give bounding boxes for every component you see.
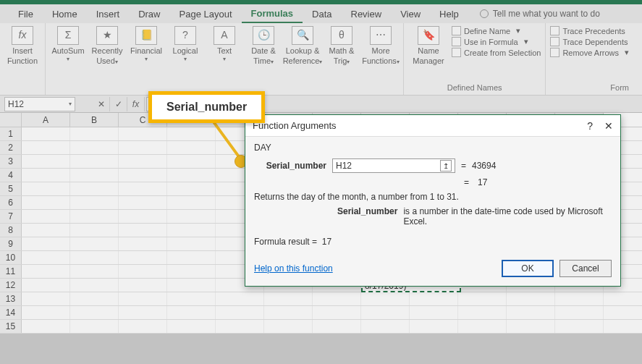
row-header[interactable]: 7 xyxy=(0,210,22,223)
cell[interactable] xyxy=(167,306,216,319)
cell[interactable] xyxy=(216,320,264,333)
row-header[interactable]: 5 xyxy=(0,182,22,195)
column-header[interactable]: B xyxy=(70,113,119,127)
row-header[interactable]: 4 xyxy=(0,169,22,182)
cell[interactable] xyxy=(167,279,216,292)
cell[interactable] xyxy=(167,265,216,278)
cell[interactable] xyxy=(458,292,507,305)
cell[interactable] xyxy=(167,251,216,264)
cell[interactable] xyxy=(167,292,216,305)
cell[interactable] xyxy=(70,182,119,195)
cell[interactable] xyxy=(22,196,70,209)
trace-dependents-button[interactable]: Trace Dependents xyxy=(550,37,629,46)
cell[interactable] xyxy=(70,196,119,209)
row-header[interactable]: 13 xyxy=(0,292,22,305)
row-header[interactable]: 8 xyxy=(0,224,22,237)
row-header[interactable]: 12 xyxy=(0,279,22,292)
cell[interactable] xyxy=(70,265,119,278)
tab-view[interactable]: View xyxy=(391,6,430,22)
tab-file[interactable]: File xyxy=(9,6,43,22)
cancel-formula-button[interactable]: ✕ xyxy=(93,97,110,111)
cell[interactable] xyxy=(264,292,313,305)
autosum-button[interactable]: Σ AutoSum ▾ xyxy=(50,26,86,63)
row-header[interactable]: 10 xyxy=(0,251,22,264)
cell[interactable] xyxy=(555,320,604,333)
cell[interactable] xyxy=(313,306,361,319)
cell[interactable] xyxy=(22,182,70,195)
cell[interactable] xyxy=(167,196,216,209)
cell[interactable] xyxy=(22,224,70,237)
cell[interactable] xyxy=(410,292,458,305)
cancel-button[interactable]: Cancel xyxy=(559,260,612,277)
chevron-down-icon[interactable]: ▾ xyxy=(69,101,72,107)
cell[interactable] xyxy=(70,320,119,333)
cell[interactable] xyxy=(555,292,604,305)
cell[interactable] xyxy=(119,196,167,209)
create-from-selection-button[interactable]: Create from Selection xyxy=(452,48,541,57)
ok-button[interactable]: OK xyxy=(502,260,554,277)
cell[interactable] xyxy=(507,320,555,333)
cell[interactable] xyxy=(167,320,216,333)
cell[interactable] xyxy=(119,292,167,305)
cell[interactable] xyxy=(70,210,119,223)
cell[interactable] xyxy=(361,292,410,305)
help-icon[interactable]: ? xyxy=(587,120,593,132)
text-button[interactable]: A Text ▾ xyxy=(206,26,242,63)
cell[interactable] xyxy=(22,292,70,305)
row-header[interactable]: 9 xyxy=(0,237,22,250)
cell[interactable] xyxy=(70,169,119,182)
cell[interactable] xyxy=(119,155,167,168)
cell[interactable] xyxy=(22,169,70,182)
cell[interactable] xyxy=(70,306,119,319)
lookup-button[interactable]: 🔍 Lookup & Reference▾ xyxy=(284,26,321,66)
cell[interactable] xyxy=(22,155,70,168)
math-button[interactable]: θ Math & Trig▾ xyxy=(324,26,360,66)
cell[interactable] xyxy=(458,320,507,333)
cell[interactable] xyxy=(167,127,216,140)
cell[interactable] xyxy=(167,155,216,168)
cell[interactable] xyxy=(410,306,458,319)
cell[interactable] xyxy=(70,155,119,168)
help-link[interactable]: Help on this function xyxy=(254,263,333,274)
cell[interactable] xyxy=(119,237,167,250)
tab-insert[interactable]: Insert xyxy=(87,6,130,22)
cell[interactable] xyxy=(313,292,361,305)
tab-home[interactable]: Home xyxy=(43,6,87,22)
name-box[interactable]: H12 ▾ xyxy=(4,97,75,111)
cell[interactable] xyxy=(119,210,167,223)
cell[interactable] xyxy=(167,237,216,250)
row-header[interactable]: 1 xyxy=(0,127,22,140)
cell[interactable] xyxy=(22,251,70,264)
cell[interactable] xyxy=(167,182,216,195)
cell[interactable] xyxy=(313,320,361,333)
recently-used-button[interactable]: ★ Recently Used▾ xyxy=(89,26,125,66)
cell[interactable] xyxy=(119,320,167,333)
cell[interactable] xyxy=(22,279,70,292)
cell[interactable] xyxy=(119,169,167,182)
tab-review[interactable]: Review xyxy=(342,6,392,22)
cell[interactable] xyxy=(22,127,70,140)
row-header[interactable]: 11 xyxy=(0,265,22,278)
cell[interactable] xyxy=(22,237,70,250)
column-header[interactable]: A xyxy=(22,113,70,127)
cell[interactable] xyxy=(70,279,119,292)
cell[interactable] xyxy=(22,141,70,154)
cell[interactable] xyxy=(22,306,70,319)
insert-function-fx-button[interactable]: fx xyxy=(127,97,145,111)
trace-precedents-button[interactable]: Trace Precedents xyxy=(550,26,629,35)
tab-draw[interactable]: Draw xyxy=(129,6,169,22)
tell-me[interactable]: Tell me what you want to do xyxy=(480,9,600,19)
dialog-titlebar[interactable]: Function Arguments ? ✕ xyxy=(245,115,620,137)
cell[interactable] xyxy=(507,306,555,319)
tab-data[interactable]: Data xyxy=(303,6,341,22)
cell[interactable] xyxy=(361,320,410,333)
insert-function-button[interactable]: fx Insert Function xyxy=(4,26,41,65)
cell[interactable] xyxy=(119,182,167,195)
cell[interactable] xyxy=(119,127,167,140)
cell[interactable] xyxy=(119,141,167,154)
cell[interactable] xyxy=(507,292,555,305)
enter-formula-button[interactable]: ✓ xyxy=(110,97,127,111)
collapse-dialog-icon[interactable]: ↥ xyxy=(440,160,452,172)
more-functions-button[interactable]: ⋯ More Functions▾ xyxy=(363,26,399,66)
row-header[interactable]: 15 xyxy=(0,320,22,333)
